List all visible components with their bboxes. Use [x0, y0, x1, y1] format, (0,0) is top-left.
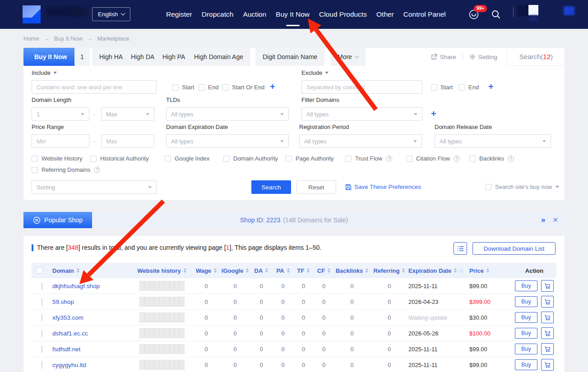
referring-domains-checkbox[interactable]: Referring Domains?	[32, 166, 100, 173]
sort-icon[interactable]	[366, 268, 368, 273]
col-pa[interactable]: PA	[273, 267, 293, 274]
col-tf[interactable]: TF	[293, 267, 314, 274]
buy-button[interactable]: Buy	[515, 359, 537, 370]
checkbox-icon[interactable]	[459, 84, 465, 91]
sort-icon[interactable]	[307, 268, 310, 273]
row-checkbox[interactable]	[42, 361, 42, 369]
col-wage[interactable]: Wage	[192, 267, 220, 274]
sort-icon[interactable]	[328, 268, 330, 273]
include-add-button[interactable]: +	[270, 82, 275, 91]
domain-link[interactable]: dkjhfsufsagf.shop	[52, 283, 100, 289]
list-view-button[interactable]	[454, 242, 467, 255]
nav-dropcatch[interactable]: Dropcatch	[202, 10, 234, 18]
col-cf[interactable]: CF	[314, 267, 334, 274]
sort-icon[interactable]	[77, 268, 79, 273]
reset-button[interactable]: Reset	[296, 180, 336, 194]
buy-button[interactable]: Buy	[515, 280, 537, 291]
exclude-end-checkbox[interactable]: End	[459, 84, 479, 91]
search-site-buy-now-checkbox[interactable]: Search site's buy now	[485, 184, 559, 190]
add-to-cart-button[interactable]	[541, 296, 554, 308]
add-to-cart-button[interactable]	[541, 312, 554, 323]
exclude-start-checkbox[interactable]: Start	[431, 84, 453, 91]
help-icon[interactable]: ?	[386, 156, 392, 162]
exclude-add-button[interactable]: +	[488, 82, 494, 91]
add-to-cart-button[interactable]	[541, 280, 554, 292]
expiration-date-select[interactable]: All types	[166, 134, 289, 148]
tab-high-domain-age[interactable]: High Domain Age	[187, 48, 250, 66]
registration-period-select[interactable]: All types	[299, 134, 422, 148]
search-count-toggle[interactable]: Search(12)	[507, 48, 565, 66]
col-website-history[interactable]: Website history	[131, 267, 192, 274]
nav-cloud-products[interactable]: Cloud Products	[319, 10, 367, 18]
buy-button[interactable]: Buy	[515, 344, 537, 354]
include-start-or-end-checkbox[interactable]: Start Or End	[222, 84, 264, 91]
checkbox-icon[interactable]	[485, 184, 491, 190]
domain-link[interactable]: dsfsaf1.ec.cc	[52, 330, 88, 337]
sort-icon[interactable]	[486, 268, 489, 273]
buy-button[interactable]: Buy	[515, 296, 537, 307]
price-min-input[interactable]	[32, 134, 89, 148]
checkbox-icon[interactable]	[406, 156, 412, 162]
download-domain-list-button[interactable]: Download Domain List	[472, 242, 556, 255]
include-input[interactable]	[32, 80, 157, 94]
shop-id[interactable]: Shop ID: 2223	[240, 216, 281, 224]
tlds-select[interactable]: All types	[166, 107, 289, 121]
checkbox-icon[interactable]	[32, 156, 38, 162]
sorting-select[interactable]: Sorting	[32, 180, 157, 194]
checkbox-icon[interactable]	[165, 156, 171, 162]
help-icon[interactable]: ?	[94, 167, 100, 173]
exclude-input[interactable]	[301, 80, 422, 94]
filter-domains-select[interactable]: All types	[301, 107, 422, 121]
add-to-cart-button[interactable]	[541, 343, 554, 355]
row-checkbox[interactable]	[42, 282, 42, 290]
website-history-checkbox[interactable]: Website History	[32, 155, 83, 162]
add-to-cart-button[interactable]	[541, 327, 554, 339]
close-icon[interactable]: ✕	[552, 216, 558, 224]
historical-authority-checkbox[interactable]: Historical Authority	[90, 155, 149, 162]
save-preferences-link[interactable]: Save These Preferences	[345, 184, 421, 190]
support-icon[interactable]: 99+	[468, 9, 479, 22]
checkbox-icon[interactable]	[286, 156, 292, 162]
sort-icon[interactable]	[287, 268, 290, 273]
avatar[interactable]	[528, 5, 538, 15]
share-button[interactable]: Share	[431, 54, 456, 60]
checkbox-icon[interactable]	[90, 156, 97, 162]
row-checkbox[interactable]	[42, 314, 42, 321]
domain-authority-checkbox[interactable]: Domain Authority	[223, 155, 278, 162]
sort-icon[interactable]	[214, 268, 217, 273]
tab-buy-it-now[interactable]: Buy It Now	[23, 48, 78, 66]
search-icon[interactable]	[491, 9, 501, 21]
breadcrumb-home[interactable]: Home	[23, 35, 39, 42]
buy-button[interactable]: Buy	[515, 328, 537, 339]
row-checkbox[interactable]	[42, 298, 42, 306]
price-max-input[interactable]	[101, 134, 154, 148]
sort-icon[interactable]	[246, 268, 249, 273]
domain-length-min-select[interactable]: 1	[32, 107, 89, 121]
select-all-checkbox[interactable]	[37, 267, 43, 274]
col-igoogle[interactable]: IGoogle	[220, 267, 250, 274]
checkbox-icon[interactable]	[199, 84, 205, 91]
tab-digit-domain-name[interactable]: Digit Domain Name	[255, 48, 324, 66]
popular-shop-button[interactable]: Popular Shop	[23, 212, 92, 228]
help-icon[interactable]: ?	[454, 156, 460, 162]
domain-link[interactable]: cygygyhu.ltd	[52, 362, 86, 368]
search-button[interactable]: Search	[251, 180, 291, 194]
sort-icon[interactable]	[454, 268, 457, 273]
expand-icon[interactable]: »	[541, 216, 545, 225]
col-domain[interactable]: Domain	[48, 267, 131, 274]
sort-icon[interactable]	[265, 268, 268, 273]
include-start-checkbox[interactable]: Start	[172, 84, 194, 91]
filter-domains-add-button[interactable]: +	[431, 109, 436, 118]
include-end-checkbox[interactable]: End	[199, 84, 218, 91]
checkbox-icon[interactable]	[469, 156, 476, 162]
setting-button[interactable]: Setting	[469, 54, 497, 60]
google-index-checkbox[interactable]: Google Index	[165, 155, 209, 162]
checkbox-icon[interactable]	[431, 84, 437, 91]
checkbox-icon[interactable]	[222, 84, 229, 91]
release-date-select[interactable]: All types	[435, 134, 551, 148]
domain-link[interactable]: fsdfsdf.net	[52, 346, 80, 353]
row-checkbox[interactable]	[42, 330, 42, 337]
domain-link[interactable]: xfy353.com	[52, 314, 83, 321]
checkbox-icon[interactable]	[172, 84, 179, 91]
citation-flow-checkbox[interactable]: Citation Flow?	[406, 155, 460, 162]
